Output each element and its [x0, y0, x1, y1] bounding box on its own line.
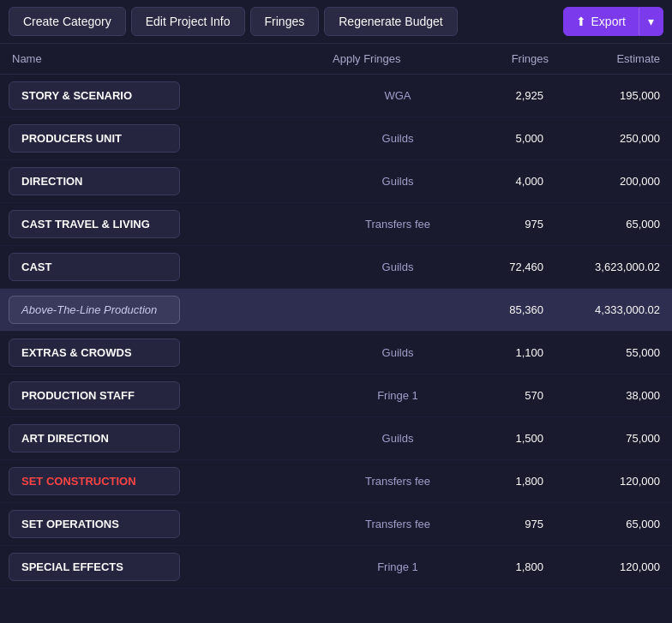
- estimate-cell: 4,333,000.02: [552, 303, 663, 316]
- row-name-cell: SPECIAL EFFECTS: [9, 549, 329, 584]
- toolbar: Create Category Edit Project Info Fringe…: [0, 0, 672, 44]
- row-name-cell: ART DIRECTION: [9, 421, 329, 456]
- row-name-cell: STORY & SCENARIO: [9, 78, 329, 113]
- row-name-cell: Above-The-Line Production: [9, 292, 329, 327]
- row-name-box: STORY & SCENARIO: [9, 81, 180, 110]
- table-row[interactable]: SET CONSTRUCTIONTransfers fee1,800120,00…: [0, 460, 672, 503]
- fringes-cell: 72,460: [466, 261, 552, 273]
- export-wrapper: ⬆ Export ▾: [563, 7, 663, 36]
- table-header: Name Apply Fringes Fringes Estimate: [0, 44, 672, 75]
- table-row[interactable]: EXTRAS & CROWDSGuilds1,10055,000: [0, 332, 672, 374]
- estimate-cell: 250,000: [552, 132, 663, 145]
- estimate-cell: 3,623,000.02: [552, 261, 663, 273]
- apply-fringes-cell: Fringe 1: [329, 389, 466, 402]
- estimate-cell: 75,000: [552, 432, 663, 445]
- row-name-cell: CAST TRAVEL & LIVING: [9, 207, 329, 242]
- header-fringes: Fringes: [466, 52, 552, 65]
- estimate-cell: 55,000: [552, 346, 663, 359]
- table-row[interactable]: PRODUCTION STAFFFringe 157038,000: [0, 374, 672, 417]
- table-row[interactable]: STORY & SCENARIOWGA2,925195,000: [0, 75, 672, 117]
- apply-fringes-cell: WGA: [329, 89, 466, 102]
- apply-fringes-cell: Guilds: [329, 346, 466, 359]
- row-name-box: SET OPERATIONS: [9, 510, 180, 538]
- row-name-cell: SET OPERATIONS: [9, 506, 329, 542]
- header-estimate: Estimate: [552, 52, 663, 65]
- apply-fringes-cell: Transfers fee: [329, 518, 466, 530]
- fringes-button[interactable]: Fringes: [250, 7, 320, 36]
- estimate-cell: 120,000: [552, 475, 663, 488]
- apply-fringes-cell: Fringe 1: [329, 560, 466, 573]
- fringes-cell: 1,500: [466, 432, 552, 445]
- estimate-cell: 65,000: [552, 518, 663, 530]
- apply-fringes-cell: Guilds: [329, 261, 466, 273]
- edit-project-info-button[interactable]: Edit Project Info: [131, 7, 245, 36]
- apply-fringes-cell: Transfers fee: [329, 218, 466, 231]
- table-row[interactable]: Above-The-Line Production85,3604,333,000…: [0, 289, 672, 332]
- table-row[interactable]: SET OPERATIONSTransfers fee97565,000: [0, 503, 672, 546]
- budget-table: Name Apply Fringes Fringes Estimate STOR…: [0, 44, 672, 589]
- table-body: STORY & SCENARIOWGA2,925195,000PRODUCERS…: [0, 75, 672, 589]
- fringes-cell: 85,360: [466, 303, 552, 316]
- fringes-cell: 975: [466, 518, 552, 530]
- export-dropdown-button[interactable]: ▾: [639, 7, 663, 36]
- apply-fringes-cell: Transfers fee: [329, 475, 466, 488]
- table-row[interactable]: SPECIAL EFFECTSFringe 11,800120,000: [0, 546, 672, 589]
- row-name-box: PRODUCERS UNIT: [9, 124, 180, 153]
- fringes-cell: 1,800: [466, 475, 552, 488]
- row-name-box: SET CONSTRUCTION: [9, 467, 180, 495]
- regenerate-budget-button[interactable]: Regenerate Budget: [324, 7, 457, 36]
- row-name-cell: DIRECTION: [9, 164, 329, 199]
- export-button[interactable]: ⬆ Export: [563, 7, 639, 36]
- estimate-cell: 120,000: [552, 560, 663, 573]
- row-name-box: SPECIAL EFFECTS: [9, 553, 180, 581]
- row-name-cell: SET CONSTRUCTION: [9, 464, 329, 499]
- fringes-cell: 975: [466, 218, 552, 231]
- row-name-box: CAST TRAVEL & LIVING: [9, 210, 180, 238]
- export-icon: ⬆: [576, 15, 586, 28]
- table-row[interactable]: CAST TRAVEL & LIVINGTransfers fee97565,0…: [0, 203, 672, 246]
- row-name-box: ART DIRECTION: [9, 424, 180, 452]
- row-name-box: CAST: [9, 253, 180, 281]
- apply-fringes-cell: Guilds: [329, 132, 466, 145]
- header-apply-fringes: Apply Fringes: [329, 52, 466, 65]
- fringes-cell: 1,800: [466, 560, 552, 573]
- table-row[interactable]: CASTGuilds72,4603,623,000.02: [0, 246, 672, 289]
- table-row[interactable]: ART DIRECTIONGuilds1,50075,000: [0, 417, 672, 460]
- row-name-cell: CAST: [9, 249, 329, 285]
- fringes-cell: 2,925: [466, 89, 552, 102]
- fringes-cell: 570: [466, 389, 552, 402]
- fringes-cell: 1,100: [466, 346, 552, 359]
- row-name-box: DIRECTION: [9, 167, 180, 195]
- create-category-button[interactable]: Create Category: [9, 7, 126, 36]
- row-name-box: EXTRAS & CROWDS: [9, 338, 180, 367]
- estimate-cell: 200,000: [552, 175, 663, 188]
- header-name: Name: [9, 52, 329, 65]
- row-name-box: Above-The-Line Production: [9, 296, 180, 324]
- fringes-cell: 4,000: [466, 175, 552, 188]
- row-name-cell: EXTRAS & CROWDS: [9, 335, 329, 370]
- export-label: Export: [591, 15, 626, 28]
- fringes-cell: 5,000: [466, 132, 552, 145]
- table-row[interactable]: PRODUCERS UNITGuilds5,000250,000: [0, 117, 672, 160]
- row-name-cell: PRODUCTION STAFF: [9, 378, 329, 413]
- apply-fringes-cell: Guilds: [329, 175, 466, 188]
- estimate-cell: 65,000: [552, 218, 663, 231]
- estimate-cell: 195,000: [552, 89, 663, 102]
- estimate-cell: 38,000: [552, 389, 663, 402]
- row-name-cell: PRODUCERS UNIT: [9, 121, 329, 156]
- apply-fringes-cell: Guilds: [329, 432, 466, 445]
- row-name-box: PRODUCTION STAFF: [9, 381, 180, 410]
- table-row[interactable]: DIRECTIONGuilds4,000200,000: [0, 160, 672, 203]
